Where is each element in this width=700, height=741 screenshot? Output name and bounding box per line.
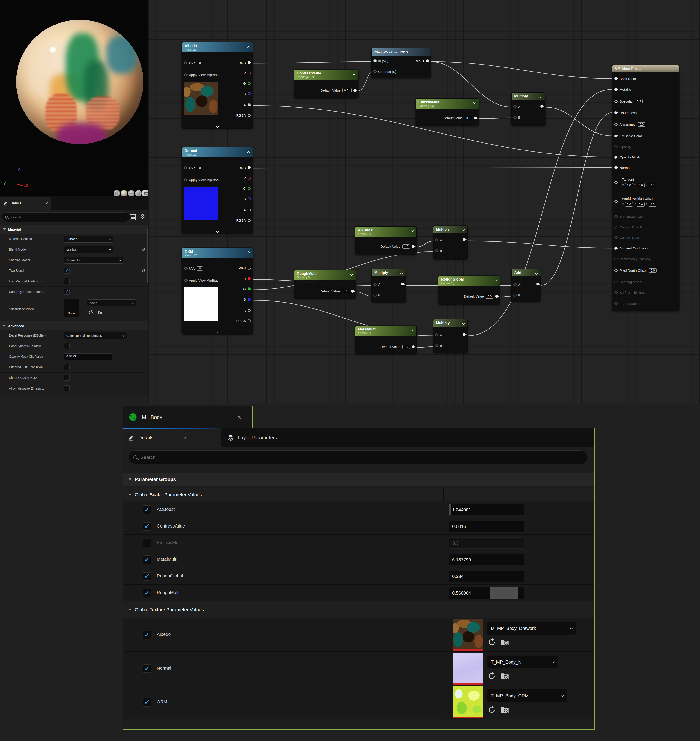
roughness-pin[interactable]	[614, 111, 617, 114]
rgba-pin[interactable]	[248, 114, 250, 117]
albedo-texture-thumbnail[interactable]	[453, 619, 483, 651]
contrast-pin[interactable]	[374, 70, 376, 73]
section-material[interactable]: Material	[0, 224, 149, 234]
b-pin[interactable]	[513, 294, 516, 297]
preview-sphere[interactable]	[16, 20, 143, 144]
use-material-attributes-checkbox[interactable]	[64, 278, 70, 284]
wire-normal-rgb-to-normal[interactable]	[253, 168, 612, 168]
albedo-asset-dropdown[interactable]: M_MP_Body_Drework	[487, 622, 576, 635]
opacity-mask-clip-input[interactable]: 0.3333	[64, 354, 112, 360]
expand-icon[interactable]	[216, 125, 219, 128]
browse-to-asset-icon[interactable]	[500, 672, 509, 681]
r-pin[interactable]	[248, 72, 250, 74]
decal-response-dropdown[interactable]: Color Normal Roughness	[64, 332, 127, 339]
use-selected-asset-icon[interactable]	[487, 638, 496, 647]
in-pin[interactable]	[374, 59, 376, 62]
node-roughmulti[interactable]: RoughMulti Param (1) Default Value1.0	[294, 270, 356, 298]
uvs-value[interactable]: 0	[197, 61, 203, 65]
uvs-pin[interactable]	[184, 267, 187, 270]
wire-albedo-rgb-to-cheapcontrast[interactable]	[253, 62, 372, 63]
g-pin[interactable]	[248, 287, 250, 290]
node-header[interactable]: Albedo Param2D	[182, 42, 253, 52]
uvs-value[interactable]: 0	[197, 166, 203, 170]
node-header[interactable]: RoughMulti Param (1)	[294, 270, 356, 280]
global-scalar-header[interactable]: Global Scalar Parameter Values	[123, 488, 594, 501]
reset-to-default-icon[interactable]: ↺	[142, 268, 145, 273]
use-selected-asset-icon[interactable]	[487, 705, 496, 714]
a-pin[interactable]	[513, 283, 516, 286]
metalmulti-checkbox[interactable]: ✓	[143, 555, 151, 564]
mipbias-pin[interactable]	[184, 73, 187, 76]
shading-model-pin[interactable]	[614, 280, 617, 283]
refraction-pin[interactable]	[614, 258, 617, 261]
node-header[interactable]: RoughGlobal Param (0)	[438, 276, 500, 286]
rgb-pin[interactable]	[248, 61, 250, 64]
node-cheapcontrast-rgb[interactable]: CheapContrast_RGB In (V3) Contrast (S) R…	[372, 48, 431, 78]
roughglobal-checkbox[interactable]: ✓	[143, 572, 151, 580]
output-pin[interactable]	[351, 290, 354, 293]
b-pin[interactable]	[248, 197, 250, 200]
output-pin[interactable]	[495, 295, 498, 298]
a-pin[interactable]	[513, 105, 516, 108]
default-value-box[interactable]: 1.0	[402, 244, 410, 249]
g-pin[interactable]	[248, 82, 250, 85]
wpo-y[interactable]: 0.0	[637, 202, 644, 206]
node-header[interactable]: Multiply	[512, 93, 545, 100]
node-roughglobal[interactable]: RoughGlobal Param (0) Default Value0.0	[438, 276, 500, 305]
rgba-pin[interactable]	[248, 219, 250, 222]
node-metalmulti[interactable]: MetalMulti Param (1) Default Value1.0	[355, 326, 416, 354]
node-multiply-ao[interactable]: Multiply A B	[433, 226, 468, 259]
normal-checkbox[interactable]: ✓	[143, 664, 151, 673]
wire-aoboost-to-multiply-a[interactable]	[416, 241, 433, 247]
specular-value[interactable]: 0.5	[635, 99, 643, 103]
front-material-pin[interactable]	[614, 302, 617, 305]
output-pin[interactable]	[412, 345, 415, 348]
base-color-pin[interactable]	[614, 77, 617, 80]
node-header[interactable]: AOBoost Param (1)	[355, 227, 416, 237]
default-value-box[interactable]: 0.0	[486, 294, 493, 299]
r-pin[interactable]	[248, 277, 250, 280]
dither-opacity-mask-checkbox[interactable]	[64, 375, 70, 381]
param-value[interactable]: 0.560004	[449, 587, 524, 599]
expand-icon[interactable]	[216, 330, 219, 333]
use-selected-asset-icon[interactable]	[487, 672, 496, 681]
contrastvalue-checkbox[interactable]: ✓	[143, 522, 151, 531]
blend-mode-dropdown[interactable]: Masked	[64, 246, 113, 253]
node-aoboost[interactable]: AOBoost Param (1) Default Value1.0	[355, 227, 416, 255]
specular-pin[interactable]	[614, 100, 617, 103]
a-pin[interactable]	[435, 239, 438, 242]
node-header[interactable]: Add	[512, 269, 541, 277]
use-selected-asset-icon[interactable]	[88, 310, 94, 315]
reset-to-default-icon[interactable]: ↺	[142, 247, 145, 252]
node-multiply-rough[interactable]: Multiply A B	[372, 269, 406, 302]
normal-pin[interactable]	[614, 166, 617, 169]
a-pin[interactable]	[374, 283, 376, 286]
browse-to-asset-icon[interactable]	[97, 310, 103, 315]
node-contrastvalue[interactable]: ContrastValue Param (0.01) Default Value…	[294, 70, 358, 98]
normal-asset-dropdown[interactable]: T_MP_Body_N	[487, 656, 558, 668]
wpo-z[interactable]: 0.0	[649, 202, 656, 206]
wpo-x[interactable]: 0.0	[625, 202, 633, 206]
param-value[interactable]: 0.384	[449, 571, 524, 582]
default-value-box[interactable]: 1.0	[341, 289, 349, 293]
node-add[interactable]: Add A B	[512, 269, 541, 302]
node-header[interactable]: CheapContrast_RGB	[372, 48, 431, 56]
material-domain-dropdown[interactable]: Surface	[64, 236, 113, 243]
pixel-depth-pin[interactable]	[614, 269, 617, 272]
cast-dynamic-shadow-checkbox[interactable]	[64, 343, 70, 349]
details-scrollbar[interactable]	[147, 230, 148, 283]
wire-multiply-to-ambientocclusion[interactable]	[468, 241, 612, 248]
emissivmulti-checkbox[interactable]	[143, 539, 151, 547]
tab-mi-details[interactable]: Details ✕	[123, 428, 222, 447]
output-pin[interactable]	[463, 333, 466, 336]
output-pin[interactable]	[536, 283, 539, 286]
surface-thickness-pin[interactable]	[614, 291, 617, 294]
mipbias-pin[interactable]	[184, 178, 187, 181]
subsurface-profile-thumbnail[interactable]: None	[64, 299, 79, 317]
preview-shape-cylinder-icon[interactable]	[113, 190, 120, 196]
node-header[interactable]: MM_MoonPriest	[612, 65, 679, 72]
b-pin[interactable]	[513, 116, 516, 119]
node-emissivmulti[interactable]: EmissivMulti Param (0.3) Default Value0.…	[416, 99, 479, 125]
opacity-pin[interactable]	[614, 145, 617, 148]
output-pin[interactable]	[401, 283, 404, 286]
